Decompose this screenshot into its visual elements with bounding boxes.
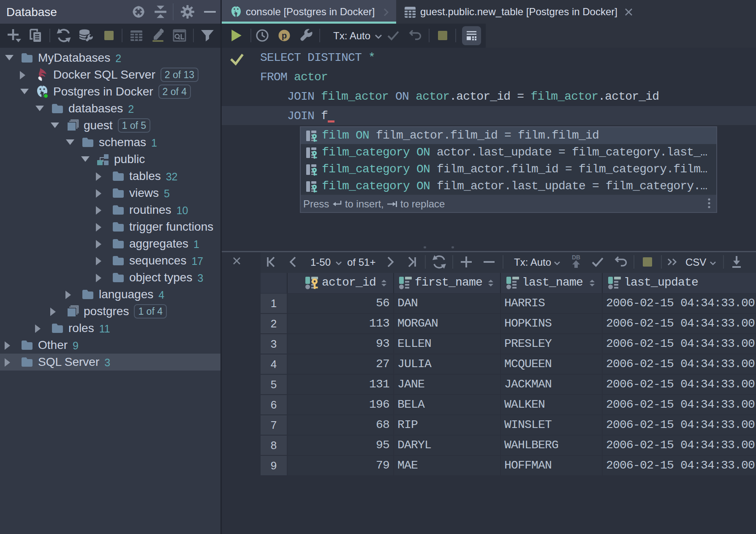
svg-text:DB: DB (572, 254, 580, 261)
svg-text:p: p (282, 31, 287, 41)
